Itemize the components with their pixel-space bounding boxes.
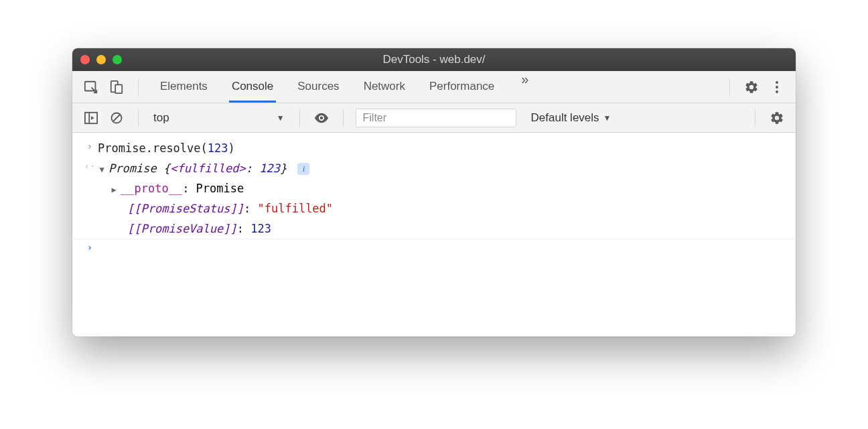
proto-value: Promise: [196, 182, 244, 195]
separator: [343, 109, 344, 127]
proto-key: __proto__: [121, 182, 182, 195]
object-property-row[interactable]: [[PromiseValue]]: 123: [72, 219, 796, 239]
console-body: › Promise.resolve(123) ‹· ▼Promise {<ful…: [72, 133, 796, 261]
settings-icon[interactable]: [742, 78, 761, 97]
log-levels-selector[interactable]: Default levels ▼: [531, 111, 611, 125]
tab-performance[interactable]: Performance: [427, 72, 497, 103]
object-property-row[interactable]: [[PromiseStatus]]: "fulfilled": [72, 198, 796, 219]
prompt-marker-icon: ›: [82, 240, 98, 255]
caret-down-icon: ▼: [277, 113, 285, 123]
internal-slot-key: [[PromiseValue]]: [127, 222, 237, 235]
separator: [138, 78, 139, 96]
context-value: top: [153, 111, 169, 125]
console-toolbar: top ▼ Default levels ▼: [72, 103, 796, 133]
tab-sources[interactable]: Sources: [295, 72, 342, 103]
code-object: Promise: [98, 141, 146, 155]
result-value: 123: [259, 162, 280, 175]
caret-down-icon: ▼: [603, 113, 611, 123]
filter-input[interactable]: [356, 109, 516, 127]
svg-rect-2: [115, 84, 122, 93]
traffic-lights: [80, 55, 122, 64]
tab-console[interactable]: Console: [229, 72, 276, 103]
toggle-console-sidebar-icon[interactable]: [82, 109, 100, 127]
levels-label: Default levels: [531, 111, 599, 125]
main-toolbar: Elements Console Sources Network Perform…: [72, 71, 796, 103]
internal-slot-key: [[PromiseStatus]]: [127, 202, 244, 215]
svg-point-3: [776, 81, 778, 84]
window-title: DevTools - web.dev/: [72, 53, 796, 66]
svg-point-4: [776, 86, 778, 88]
console-result-row[interactable]: ‹· ▼Promise {<fulfilled>: 123} i: [72, 158, 796, 178]
input-marker-icon: ›: [82, 139, 98, 158]
svg-line-9: [113, 115, 120, 121]
output-marker-icon: ‹·: [82, 159, 98, 178]
console-settings-icon[interactable]: [768, 109, 786, 127]
console-input-row[interactable]: › Promise.resolve(123): [72, 138, 796, 158]
svg-point-5: [776, 90, 778, 93]
separator: [729, 78, 730, 96]
code-method: resolve: [153, 141, 201, 155]
expand-toggle-icon[interactable]: ▼: [98, 164, 106, 177]
internal-slot-value: 123: [250, 222, 271, 235]
console-input-code: Promise.resolve(123): [98, 139, 786, 158]
devtools-window: DevTools - web.dev/ Elements Console Sou…: [72, 48, 796, 336]
tab-elements[interactable]: Elements: [157, 72, 210, 103]
context-selector[interactable]: top ▼: [151, 111, 287, 125]
console-prompt-row[interactable]: ›: [72, 239, 796, 256]
toggle-device-toolbar-icon[interactable]: [107, 78, 126, 97]
svg-point-10: [319, 116, 323, 119]
tab-network[interactable]: Network: [361, 72, 408, 103]
separator: [755, 109, 755, 127]
panel-tabs: Elements Console Sources Network Perform…: [157, 72, 534, 103]
object-property-row[interactable]: ▶__proto__: Promise: [72, 178, 796, 198]
separator: [299, 109, 300, 127]
clear-console-icon[interactable]: [107, 109, 126, 127]
code-arg: 123: [208, 141, 228, 155]
titlebar[interactable]: DevTools - web.dev/: [72, 48, 796, 71]
result-status-label: <fulfilled>: [170, 162, 246, 175]
maximize-window-button[interactable]: [113, 55, 122, 64]
separator: [138, 109, 139, 127]
result-type: Promise: [108, 162, 157, 175]
inspect-element-icon[interactable]: [82, 78, 100, 97]
internal-slot-value: "fulfilled": [257, 202, 333, 215]
more-tabs-icon[interactable]: »: [516, 72, 534, 103]
info-badge-icon[interactable]: i: [297, 163, 309, 175]
console-prompt-input[interactable]: [98, 240, 786, 255]
live-expression-icon[interactable]: [312, 109, 331, 127]
console-result: ▼Promise {<fulfilled>: 123} i: [98, 159, 786, 178]
minimize-window-button[interactable]: [96, 55, 106, 64]
close-window-button[interactable]: [80, 55, 90, 64]
expand-toggle-icon[interactable]: ▶: [110, 184, 118, 197]
kebab-menu-icon[interactable]: [768, 78, 786, 97]
